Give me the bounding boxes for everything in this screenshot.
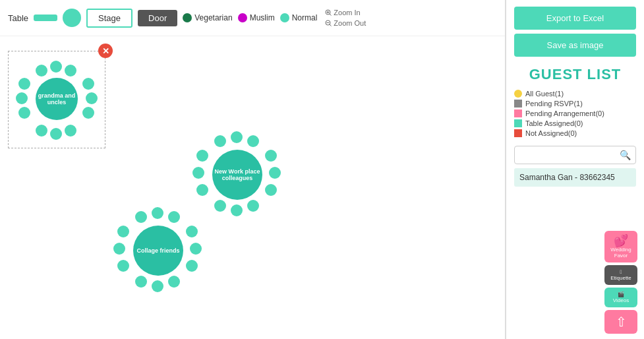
app-icon: 	[607, 269, 635, 275]
seat	[152, 280, 163, 292]
normal-legend: Normal	[280, 13, 318, 22]
drawing-canvas[interactable]: ✕	[0, 36, 505, 339]
seat	[186, 226, 198, 237]
vegetarian-label: Vegetarian	[194, 13, 232, 22]
wedding-label: Wedding Favor	[607, 247, 635, 259]
wedding-icon: 💕	[607, 235, 635, 247]
filter-all-guests[interactable]: All Guest(1)	[514, 90, 636, 98]
seat	[65, 125, 76, 137]
vegetarian-dot	[183, 13, 192, 22]
seat	[247, 200, 259, 212]
door-button[interactable]: Door	[138, 10, 177, 26]
videos-card[interactable]: 🎬 Videos	[604, 288, 637, 307]
table-newwork-label: New Work place colleagues	[212, 168, 262, 181]
seat	[135, 211, 147, 223]
seat	[168, 276, 180, 288]
seat	[192, 167, 204, 179]
etiquette-card[interactable]:  Etiquette	[604, 265, 637, 285]
seat	[18, 107, 30, 119]
seat	[196, 184, 208, 196]
seat	[36, 65, 47, 77]
seat	[214, 200, 226, 212]
seat	[168, 211, 180, 223]
wedding-favor-card[interactable]: 💕 Wedding Favor	[604, 231, 637, 262]
filter-pending-rsvp[interactable]: Pending RSVP(1)	[514, 100, 636, 108]
filter-pending-arrangement[interactable]: Pending Arrangement(0)	[514, 109, 636, 117]
svg-line-3	[330, 14, 332, 16]
zoom-in-icon	[325, 9, 332, 16]
seat	[265, 150, 277, 162]
table-collage[interactable]: Collage friends	[112, 204, 204, 297]
all-guests-label: All Guest(1)	[525, 90, 564, 98]
canvas-area: Table Stage Door Vegetarian Muslim Norma…	[0, 0, 506, 339]
sidebar-bottom: 💕 Wedding Favor  Etiquette 🎬 Videos ⇧	[506, 226, 644, 339]
search-icon[interactable]: 🔍	[620, 150, 631, 160]
muslim-label: Muslim	[250, 13, 275, 22]
muslim-dot	[238, 13, 247, 22]
guest-filters: All Guest(1) Pending RSVP(1) Pending Arr…	[506, 88, 644, 143]
etiquette-label: Etiquette	[607, 275, 635, 281]
all-guests-dot	[514, 90, 522, 98]
up-arrow-icon: ⇧	[616, 314, 627, 330]
guest-list-item[interactable]: Samantha Gan - 83662345	[514, 168, 636, 187]
table-grandma[interactable]: grandma and uncles	[17, 59, 96, 139]
seat	[50, 128, 62, 140]
svg-line-6	[330, 24, 332, 26]
stage-button[interactable]: Stage	[86, 9, 132, 28]
zoom-controls[interactable]: Zoom In Zoom Out	[325, 7, 366, 29]
table-collage-label: Collage friends	[136, 247, 179, 254]
table-collage-center: Collage friends	[133, 226, 183, 276]
scroll-up-button[interactable]: ⇧	[604, 310, 637, 334]
circle-table-button[interactable]	[63, 9, 81, 27]
seat	[86, 92, 98, 104]
guest-list-title: GUEST LIST	[506, 62, 644, 88]
seat	[247, 135, 259, 147]
seat	[231, 204, 243, 216]
not-assigned-label: Not Assigned(0)	[525, 129, 577, 137]
table-newwork-center: New Work place colleagues	[212, 150, 262, 200]
seat	[36, 125, 47, 137]
seat	[18, 78, 30, 90]
add-table-button[interactable]	[34, 15, 57, 21]
seat	[82, 107, 94, 119]
table-assigned-label: Table Assigned(0)	[525, 119, 583, 127]
filter-not-assigned[interactable]: Not Assigned(0)	[514, 129, 636, 137]
seat	[82, 78, 94, 90]
table-label: Table	[8, 13, 28, 23]
main-container: Table Stage Door Vegetarian Muslim Norma…	[0, 0, 644, 339]
zoom-in-label[interactable]: Zoom In	[325, 7, 366, 18]
pending-arrangement-square	[514, 109, 522, 117]
muslim-legend: Muslim	[238, 13, 275, 22]
table-group-collage[interactable]: Collage friends	[112, 204, 204, 297]
table-group-grandma[interactable]: ✕	[8, 51, 105, 148]
zoom-out-label[interactable]: Zoom Out	[325, 18, 366, 29]
seat	[231, 131, 243, 143]
filter-table-assigned[interactable]: Table Assigned(0)	[514, 119, 636, 127]
seat	[50, 61, 62, 73]
video-icon: 🎬	[607, 292, 635, 297]
seat	[152, 207, 163, 219]
pending-rsvp-label: Pending RSVP(1)	[525, 100, 583, 108]
seat	[16, 92, 28, 104]
pending-rsvp-square	[514, 100, 522, 108]
seat	[117, 226, 129, 237]
seat	[269, 167, 281, 179]
seat	[186, 260, 198, 272]
search-input[interactable]	[514, 146, 636, 164]
not-assigned-square	[514, 129, 522, 137]
seat	[190, 243, 202, 255]
save-image-button[interactable]: Save as image	[514, 34, 636, 57]
seat	[113, 243, 125, 255]
table-group-newwork[interactable]: New Work place colleagues	[191, 129, 283, 221]
table-grandma-center: grandma and uncles	[36, 78, 78, 120]
export-excel-button[interactable]: Export to Excel	[514, 7, 636, 30]
seat	[65, 65, 76, 77]
close-table-button[interactable]: ✕	[98, 44, 113, 58]
table-grandma-label: grandma and uncles	[36, 92, 78, 106]
search-bar[interactable]: 🔍	[514, 146, 636, 164]
normal-dot	[280, 13, 289, 22]
table-newwork[interactable]: New Work place colleagues	[191, 129, 283, 221]
zoom-out-icon	[325, 20, 332, 26]
seat	[135, 276, 147, 288]
sidebar: Get Notifications Export to Excel Save a…	[506, 0, 644, 339]
